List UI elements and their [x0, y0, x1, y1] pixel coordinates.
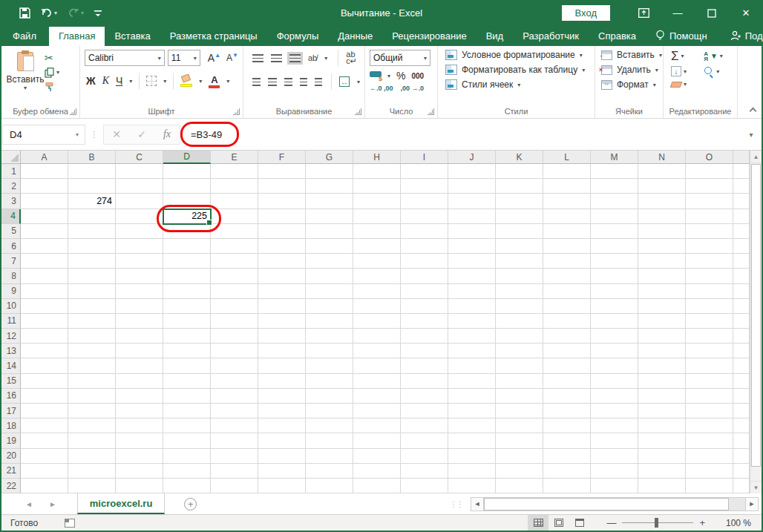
- cell-K3[interactable]: [496, 194, 543, 208]
- cell-I16[interactable]: [401, 389, 448, 404]
- cell-I10[interactable]: [401, 299, 448, 314]
- cell-K14[interactable]: [496, 358, 543, 373]
- cell-F15[interactable]: [258, 374, 306, 389]
- cell-O7[interactable]: [686, 254, 733, 269]
- cell-L5[interactable]: [543, 224, 591, 239]
- cell-N7[interactable]: [638, 254, 686, 269]
- accounting-caret[interactable]: ▾: [387, 73, 390, 79]
- cell-J9[interactable]: [448, 284, 496, 299]
- cell-M14[interactable]: [591, 358, 638, 373]
- cell-K15[interactable]: [496, 374, 543, 389]
- cell-I14[interactable]: [401, 358, 448, 373]
- column-header-D[interactable]: D: [163, 151, 211, 164]
- cell-D8[interactable]: [163, 269, 211, 283]
- cell-C9[interactable]: [116, 284, 163, 299]
- cell-C13[interactable]: [116, 344, 163, 358]
- cell-C8[interactable]: [116, 269, 163, 283]
- cell-K17[interactable]: [496, 404, 543, 418]
- cell-N10[interactable]: [638, 299, 686, 314]
- cell-J11[interactable]: [448, 314, 496, 329]
- cell-G3[interactable]: [306, 194, 353, 208]
- cell-J7[interactable]: [448, 254, 496, 269]
- cell-B4[interactable]: [68, 209, 116, 224]
- cell-N19[interactable]: [638, 433, 686, 448]
- cell-I6[interactable]: [401, 239, 448, 254]
- cell-K12[interactable]: [496, 329, 543, 344]
- cell-M8[interactable]: [591, 269, 638, 283]
- paste-button[interactable]: Вставить ▾: [6, 50, 45, 92]
- share-button[interactable]: Поделиться: [720, 27, 763, 46]
- borders-caret[interactable]: ▾: [163, 78, 166, 85]
- row-header-4[interactable]: 4: [1, 209, 21, 224]
- row-header-1[interactable]: 1: [1, 164, 21, 179]
- cell-C1[interactable]: [116, 164, 163, 179]
- cell-O13[interactable]: [686, 344, 733, 358]
- tab-home[interactable]: Главная: [49, 27, 105, 46]
- format-painter-icon[interactable]: [45, 82, 59, 92]
- cell-partial[interactable]: [733, 194, 750, 208]
- cell-C16[interactable]: [116, 389, 163, 404]
- cell-D13[interactable]: [163, 344, 211, 358]
- cell-N5[interactable]: [638, 224, 686, 239]
- cell-F8[interactable]: [258, 269, 306, 283]
- cell-H16[interactable]: [353, 389, 401, 404]
- cell-E22[interactable]: [211, 479, 258, 493]
- cell-N9[interactable]: [638, 284, 686, 299]
- cell-D16[interactable]: [163, 389, 211, 404]
- cell-partial[interactable]: [733, 209, 750, 224]
- cell-O16[interactable]: [686, 389, 733, 404]
- row-header-2[interactable]: 2: [1, 179, 21, 194]
- format-cells-button[interactable]: Формат▾: [601, 79, 658, 90]
- column-header-B[interactable]: B: [68, 151, 116, 164]
- cell-O14[interactable]: [686, 358, 733, 373]
- cell-K7[interactable]: [496, 254, 543, 269]
- normal-view-button[interactable]: [528, 515, 548, 531]
- vertical-scrollbar[interactable]: ▲ ▼: [750, 151, 762, 493]
- cell-J6[interactable]: [448, 239, 496, 254]
- tab-review[interactable]: Рецензирование: [382, 27, 476, 46]
- cell-F21[interactable]: [258, 464, 306, 479]
- cell-E1[interactable]: [211, 164, 258, 179]
- cell-G22[interactable]: [306, 479, 353, 493]
- cell-K20[interactable]: [496, 449, 543, 464]
- cell-N4[interactable]: [638, 209, 686, 224]
- cell-I9[interactable]: [401, 284, 448, 299]
- cell-M17[interactable]: [591, 404, 638, 418]
- column-header-M[interactable]: M: [591, 151, 638, 164]
- cell-J14[interactable]: [448, 358, 496, 373]
- cell-partial[interactable]: [733, 374, 750, 389]
- column-header-J[interactable]: J: [448, 151, 496, 164]
- cell-partial[interactable]: [733, 239, 750, 254]
- cell-H5[interactable]: [353, 224, 401, 239]
- cell-G15[interactable]: [306, 374, 353, 389]
- cell-L21[interactable]: [543, 464, 591, 479]
- cell-C14[interactable]: [116, 358, 163, 373]
- cell-H6[interactable]: [353, 239, 401, 254]
- cell-F17[interactable]: [258, 404, 306, 418]
- cell-E8[interactable]: [211, 269, 258, 283]
- cell-M5[interactable]: [591, 224, 638, 239]
- bold-button[interactable]: Ж: [86, 75, 96, 87]
- cell-E16[interactable]: [211, 389, 258, 404]
- cell-N1[interactable]: [638, 164, 686, 179]
- cell-D4[interactable]: 225: [163, 209, 211, 224]
- cell-I7[interactable]: [401, 254, 448, 269]
- cell-H13[interactable]: [353, 344, 401, 358]
- zoom-in-icon[interactable]: +: [693, 517, 711, 528]
- cell-J13[interactable]: [448, 344, 496, 358]
- cell-partial[interactable]: [733, 464, 750, 479]
- add-sheet-icon[interactable]: +: [184, 498, 197, 510]
- align-middle-icon[interactable]: [271, 54, 282, 62]
- cell-F7[interactable]: [258, 254, 306, 269]
- increase-decimal-icon[interactable]: ←.0 ,00: [370, 85, 393, 92]
- cell-K18[interactable]: [496, 418, 543, 433]
- cell-B5[interactable]: [68, 224, 116, 239]
- cell-K9[interactable]: [496, 284, 543, 299]
- percent-style-icon[interactable]: %: [396, 70, 405, 82]
- cell-J3[interactable]: [448, 194, 496, 208]
- orientation-caret[interactable]: ▾: [324, 55, 327, 62]
- conditional-formatting-button[interactable]: Условное форматирование▾: [445, 50, 590, 60]
- cell-D2[interactable]: [163, 179, 211, 194]
- cell-K16[interactable]: [496, 389, 543, 404]
- row-header-13[interactable]: 13: [1, 344, 21, 358]
